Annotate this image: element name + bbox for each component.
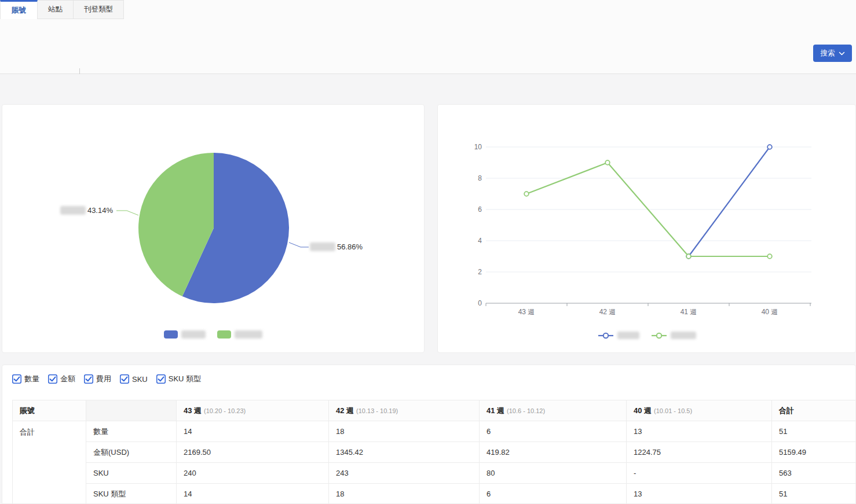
data-point-marker xyxy=(605,160,610,165)
cell-value: - xyxy=(627,463,772,484)
data-point-marker xyxy=(767,145,772,149)
checked-checkbox-icon xyxy=(156,374,166,384)
header-account: 賬號 xyxy=(13,400,86,421)
checked-checkbox-icon xyxy=(120,374,129,384)
checkbox-label: 費用 xyxy=(96,374,111,384)
metric-filter-row: 數量 金額 費用 SKU xyxy=(12,374,201,384)
table-row: 合計 數量 14 18 6 13 51 xyxy=(13,421,856,442)
tab-bar: 賬號 站點 刊登類型 xyxy=(0,0,124,19)
tab-account-label: 賬號 xyxy=(12,6,26,16)
pie-chart xyxy=(2,105,425,354)
weekly-summary-table: 賬號 43 週(10.20 - 10.23) 42 週(10.13 - 10.1… xyxy=(12,400,856,504)
checkbox-quantity[interactable]: 數量 xyxy=(12,374,39,384)
axis-tick-label: 43 週 xyxy=(518,308,535,316)
legend-swatch-blue xyxy=(164,330,178,339)
row-group-total: 合計 xyxy=(13,421,86,504)
axis-tick-label: 41 週 xyxy=(681,308,697,316)
pie-label-blue: 56.86% xyxy=(310,242,363,251)
metric-label: SKU xyxy=(86,463,177,484)
redacted-legend-name xyxy=(671,332,696,339)
axis-tick-label: 0 xyxy=(478,299,482,307)
redacted-slice-name xyxy=(310,242,335,251)
line-chart-card: 024681043 週42 週41 週40 週 xyxy=(437,104,856,353)
tab-listing-type-label: 刊登類型 xyxy=(84,5,113,14)
metric-label: SKU 類型 xyxy=(86,484,177,504)
cell-value: 563 xyxy=(772,463,856,484)
panel-divider-tick xyxy=(79,68,80,74)
search-button-label: 搜索 xyxy=(821,49,835,58)
checkbox-sku[interactable]: SKU xyxy=(120,374,148,384)
pie-leader-line xyxy=(289,242,309,247)
line-legend-item-blue[interactable] xyxy=(598,332,639,339)
cell-value: 14 xyxy=(177,421,329,442)
axis-tick-label: 42 週 xyxy=(599,308,616,316)
tab-listing-type[interactable]: 刊登類型 xyxy=(74,0,124,19)
pie-percent-green: 43.14% xyxy=(87,206,113,215)
pie-label-green: 43.14% xyxy=(60,206,113,215)
data-point-marker xyxy=(524,192,529,196)
checkbox-label: 金額 xyxy=(60,374,75,384)
checked-checkbox-icon xyxy=(12,374,21,384)
table-row: SKU 240 243 80 - 563 xyxy=(13,463,856,484)
header-week-43: 43 週(10.20 - 10.23) xyxy=(177,400,329,421)
axis-tick-label: 40 週 xyxy=(762,308,778,316)
cell-value: 243 xyxy=(329,463,480,484)
cell-value: 2169.50 xyxy=(177,442,329,463)
header-week-40: 40 週(10.01 - 10.5) xyxy=(627,400,772,421)
data-point-marker xyxy=(686,254,691,259)
cell-value: 1345.42 xyxy=(329,442,480,463)
cell-value: 6 xyxy=(480,421,627,442)
pie-legend-item-blue[interactable] xyxy=(164,330,206,339)
checkbox-fee[interactable]: 費用 xyxy=(84,374,111,384)
cell-value: 5159.49 xyxy=(772,442,856,463)
metric-label: 數量 xyxy=(86,421,177,442)
table-row: 金額(USD) 2169.50 1345.42 419.82 1224.75 5… xyxy=(13,442,856,463)
header-week-42: 42 週(10.13 - 10.19) xyxy=(329,400,480,421)
cell-value: 18 xyxy=(329,484,480,504)
cell-value: 14 xyxy=(177,484,329,504)
pie-chart-card: 43.14% 56.86% xyxy=(2,104,425,353)
checked-checkbox-icon xyxy=(48,374,57,384)
line-chart: 024681043 週42 週41 週40 週 xyxy=(438,105,855,354)
line-legend xyxy=(438,332,855,339)
axis-tick-label: 2 xyxy=(478,268,482,276)
checked-checkbox-icon xyxy=(84,374,93,384)
cell-value: 6 xyxy=(480,484,627,504)
top-header-area: 賬號 站點 刊登類型 搜索 xyxy=(0,0,856,74)
pie-leader-line xyxy=(116,211,138,215)
line-legend-item-green[interactable] xyxy=(651,332,696,339)
cell-value: 13 xyxy=(627,421,772,442)
chevron-down-icon xyxy=(839,51,845,56)
axis-tick-label: 4 xyxy=(478,237,482,245)
axis-tick-label: 6 xyxy=(478,205,482,214)
pie-legend xyxy=(2,330,424,339)
pie-percent-blue: 56.86% xyxy=(337,242,363,251)
axis-tick-label: 8 xyxy=(478,174,482,182)
table-header-row: 賬號 43 週(10.20 - 10.23) 42 週(10.13 - 10.1… xyxy=(13,400,856,421)
checkbox-amount[interactable]: 金額 xyxy=(48,374,75,384)
line-marker-icon-green xyxy=(651,332,667,339)
cell-value: 240 xyxy=(177,463,329,484)
cell-value: 51 xyxy=(772,421,856,442)
cell-value: 13 xyxy=(627,484,772,504)
axis-tick-label: 10 xyxy=(474,143,482,151)
redacted-legend-name xyxy=(181,330,206,339)
cell-value: 18 xyxy=(329,421,480,442)
table-header-empty xyxy=(86,400,177,421)
line-series xyxy=(689,147,770,256)
summary-table-panel: 數量 金額 費用 SKU xyxy=(2,365,856,504)
line-marker-icon-blue xyxy=(598,332,614,339)
checkbox-label: SKU 類型 xyxy=(169,374,201,384)
tab-account[interactable]: 賬號 xyxy=(0,0,38,19)
checkbox-label: 數量 xyxy=(24,374,39,384)
metric-label: 金額(USD) xyxy=(86,442,177,463)
pie-legend-item-green[interactable] xyxy=(217,330,262,339)
cell-value: 419.82 xyxy=(480,442,627,463)
search-button[interactable]: 搜索 xyxy=(813,45,852,62)
cell-value: 1224.75 xyxy=(627,442,772,463)
checkbox-sku-type[interactable]: SKU 類型 xyxy=(156,374,201,384)
tab-site[interactable]: 站點 xyxy=(38,0,74,19)
header-week-41: 41 週(10.6 - 10.12) xyxy=(480,400,627,421)
data-point-marker xyxy=(767,254,772,259)
redacted-legend-name xyxy=(235,330,262,339)
